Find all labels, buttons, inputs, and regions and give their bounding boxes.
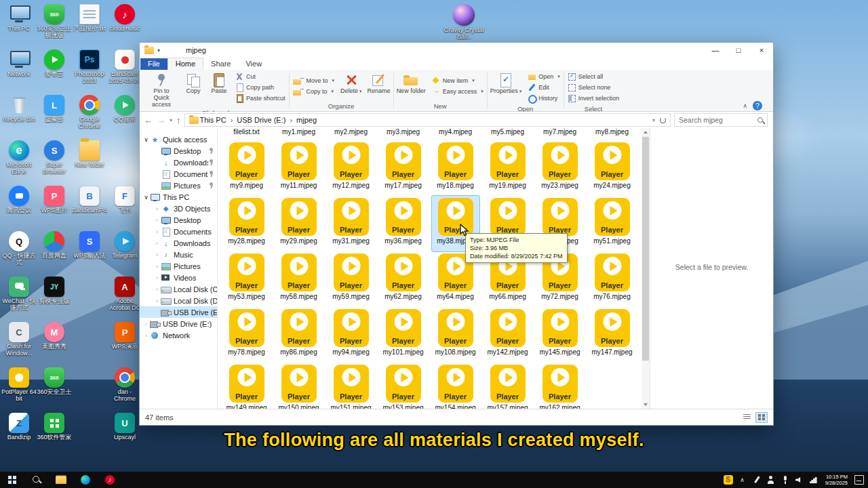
taskbar-file-explorer-icon[interactable] <box>49 472 73 488</box>
sidebar-item[interactable]: › Desktop <box>140 214 217 226</box>
desktop-icon[interactable]: This PC <box>1 3 37 47</box>
expand-chevron-icon[interactable]: › <box>153 228 161 235</box>
desktop-icon-gravity-crystal-ball[interactable]: Gravity Crystal Ball.. <box>442 4 486 40</box>
close-button[interactable]: × <box>750 43 773 58</box>
desktop-icon[interactable]: Super Browser <box>37 139 72 184</box>
expand-chevron-icon[interactable]: › <box>153 205 161 212</box>
expand-chevron-icon[interactable]: › <box>153 251 161 258</box>
desktop-icon[interactable]: 腾讯会议 <box>1 184 37 229</box>
new-item-button[interactable]: New item <box>431 76 485 85</box>
expand-chevron-icon[interactable]: › <box>153 274 161 281</box>
breadcrumb-item[interactable]: USB Drive (E:) <box>226 116 286 124</box>
file-item[interactable]: Player my12.mjpeg <box>328 140 375 196</box>
sidebar-item[interactable]: › Documents <box>140 226 217 237</box>
taskbar-browser-icon[interactable] <box>73 472 98 488</box>
file-label[interactable]: my2.mjpeg <box>325 128 377 136</box>
sidebar-item[interactable]: › Videos <box>140 272 217 283</box>
file-item[interactable]: Player my24.mjpeg <box>589 140 636 196</box>
details-view-button[interactable] <box>741 412 753 423</box>
file-label[interactable]: filelist.txt <box>220 128 273 136</box>
file-label[interactable]: my7.mjpeg <box>534 128 586 136</box>
up-button[interactable]: ↑ <box>176 115 181 125</box>
taskbar-search-icon[interactable] <box>24 472 49 488</box>
file-item[interactable]: Player my86.mjpeg <box>275 307 323 363</box>
vertical-scrollbar[interactable] <box>642 128 650 409</box>
expand-chevron-icon[interactable]: › <box>142 332 150 339</box>
file-item[interactable]: Player my28.mjpeg <box>223 196 271 251</box>
desktop-icon[interactable]: Photoshop 2023 <box>72 48 107 93</box>
scroll-down-arrow-icon[interactable] <box>642 401 650 409</box>
input-method-icon[interactable]: S <box>724 475 733 485</box>
desktop-icon[interactable]: Microsoft Edge <box>1 139 37 184</box>
start-button[interactable] <box>0 472 24 488</box>
minimize-button[interactable]: — <box>704 43 727 58</box>
file-label[interactable]: my4.mjpeg <box>429 128 481 136</box>
select-all-button[interactable]: Select all <box>566 72 621 81</box>
file-label[interactable]: my8.mjpeg <box>586 128 638 136</box>
file-item[interactable]: Player my153.mjpeg <box>380 363 427 409</box>
file-label[interactable]: my1.mjpeg <box>273 128 325 136</box>
file-item[interactable]: Player my154.mjpeg <box>432 363 479 409</box>
copy-to-button[interactable]: Copy to <box>292 87 336 96</box>
file-item[interactable]: Player my19.mjpeg <box>484 140 532 196</box>
scrollbar-thumb[interactable] <box>642 137 649 361</box>
file-item[interactable]: Player my36.mjpeg <box>380 196 427 251</box>
file-item[interactable]: Player my142.mjpeg <box>484 307 532 363</box>
file-item[interactable]: Player my145.mjpeg <box>536 307 584 363</box>
ribbon-tab[interactable]: File <box>140 58 167 70</box>
help-icon[interactable]: ? <box>753 101 762 110</box>
sidebar-item[interactable]: › Music <box>140 249 217 260</box>
sidebar-item[interactable]: Downloads <box>140 157 217 168</box>
address-bar[interactable]: This PC USB Drive (E:) mjpeg ▾ <box>184 113 671 127</box>
desktop-icon[interactable]: WPS演示 <box>107 321 142 365</box>
breadcrumb-item[interactable]: This PC <box>200 116 226 124</box>
taskbar-clock[interactable]: 10:15 PM 9/28/2025 <box>823 474 850 487</box>
sidebar-item[interactable]: › Pictures <box>140 260 217 272</box>
desktop-icon[interactable]: WeChat - 快捷方式 <box>1 275 37 320</box>
taskbar-music-app-icon[interactable] <box>98 472 122 488</box>
file-item[interactable]: Player my101.mjpeg <box>380 307 427 363</box>
volume-icon[interactable] <box>795 475 804 485</box>
hidden-icons-chevron-icon[interactable]: ∧ <box>738 475 747 485</box>
desktop-icon[interactable] <box>72 321 107 365</box>
new-folder-button[interactable]: New folder <box>394 70 429 102</box>
expand-chevron-icon[interactable]: ∨ <box>142 194 150 201</box>
file-item[interactable]: Player my18.mjpeg <box>432 140 479 196</box>
network-icon[interactable] <box>809 475 818 485</box>
file-item[interactable]: Player my147.mjpeg <box>589 307 636 363</box>
file-item[interactable]: Player my51.mjpeg <box>589 196 636 251</box>
file-label[interactable]: my3.mjpeg <box>377 128 429 136</box>
paste-shortcut-button[interactable]: Paste shortcut <box>234 94 287 103</box>
history-button[interactable]: History <box>526 94 561 103</box>
forward-button[interactable]: → <box>157 115 165 125</box>
expand-chevron-icon[interactable]: › <box>153 298 161 304</box>
file-item[interactable]: Player my29.mjpeg <box>275 196 323 251</box>
sidebar-item[interactable]: ∨ Quick access <box>140 134 217 145</box>
desktop-icon[interactable]: 美图秀秀 <box>37 321 72 365</box>
address-dropdown-chevron-icon[interactable]: ▾ <box>652 117 655 123</box>
file-item[interactable]: Player my76.mjpeg <box>589 251 636 307</box>
sidebar-item[interactable]: Pictures <box>140 180 217 191</box>
sidebar-item[interactable]: › Local Disk (C:) <box>140 283 217 295</box>
desktop-icon[interactable] <box>72 275 107 320</box>
desktop-icon[interactable] <box>72 366 107 411</box>
title-bar[interactable]: ▾ mjpeg — □ × <box>140 43 773 58</box>
expand-chevron-icon[interactable]: › <box>153 263 161 270</box>
people-icon[interactable] <box>766 475 776 485</box>
desktop-icon[interactable]: QQ - 快捷方式 <box>1 230 37 274</box>
properties-button[interactable]: Properties <box>488 70 525 105</box>
easy-access-button[interactable]: Easy access <box>431 87 485 96</box>
file-item[interactable]: Player my108.mjpeg <box>432 307 479 363</box>
search-box[interactable]: Search mjpeg <box>674 113 768 127</box>
desktop-icon[interactable]: 产品报价.txt <box>72 3 107 47</box>
desktop-icon[interactable]: QQ音乐 <box>107 94 142 138</box>
ribbon-tab[interactable]: Share <box>203 58 238 70</box>
file-item[interactable]: Player my150.mjpeg <box>275 363 323 409</box>
open-button[interactable]: Open <box>526 72 561 81</box>
desktop-icon[interactable]: 360安全卫士 <box>37 366 72 411</box>
desktop-icon[interactable]: dan - Chrome <box>107 366 142 411</box>
sidebar-item[interactable]: Desktop <box>140 145 217 157</box>
file-item[interactable]: Player my78.mjpeg <box>223 307 271 363</box>
qat-customize-chevron-icon[interactable]: ▾ <box>157 47 160 54</box>
desktop-icon[interactable]: 百度网盘 <box>37 230 72 274</box>
